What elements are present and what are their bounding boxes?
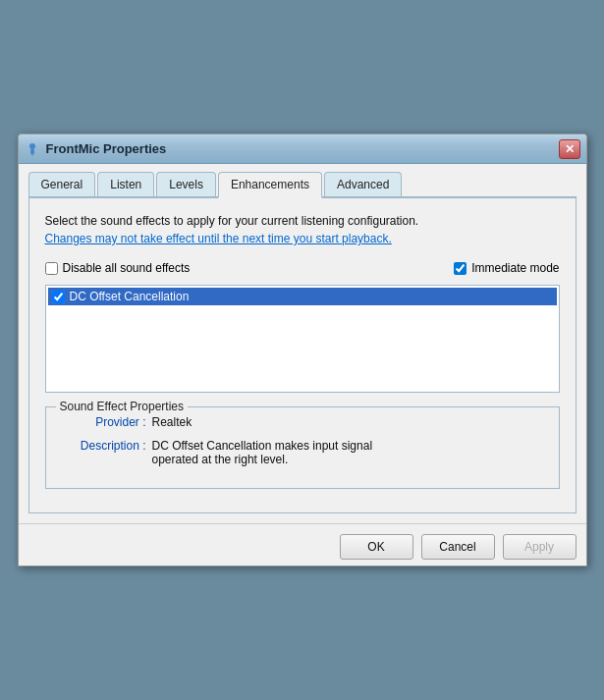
svg-rect-2	[31, 154, 32, 156]
tab-bar: General Listen Levels Enhancements Advan…	[28, 172, 577, 198]
effect-item-dc-offset[interactable]: DC Offset Cancellation	[48, 288, 557, 305]
disable-effects-checkbox[interactable]	[45, 262, 58, 275]
mic-icon	[25, 141, 40, 157]
dialog-window: FrontMic Properties ✕ General Listen Lev…	[18, 134, 587, 566]
effect-label-dc-offset: DC Offset Cancellation	[70, 290, 190, 303]
group-legend: Sound Effect Properties	[56, 400, 189, 413]
provider-row: Provider : Realtek	[58, 415, 547, 429]
svg-rect-1	[30, 149, 34, 154]
immediate-mode-checkbox[interactable]	[454, 262, 467, 275]
close-button[interactable]: ✕	[559, 139, 580, 159]
disable-effects-label[interactable]: Disable all sound effects	[45, 261, 191, 275]
provider-label: Provider :	[58, 415, 146, 429]
tab-advanced[interactable]: Advanced	[324, 172, 402, 196]
window-title: FrontMic Properties	[46, 141, 167, 156]
svg-point-0	[29, 143, 35, 149]
sound-effect-properties-group: Sound Effect Properties Provider : Realt…	[45, 406, 560, 489]
tab-levels[interactable]: Levels	[156, 172, 216, 196]
description-block: Select the sound effects to apply for yo…	[45, 212, 560, 247]
button-row: OK Cancel Apply	[19, 523, 586, 565]
title-bar: FrontMic Properties ✕	[19, 135, 586, 164]
tab-general[interactable]: General	[28, 172, 96, 196]
description-prop-label: Description :	[58, 439, 146, 466]
tab-listen[interactable]: Listen	[97, 172, 154, 196]
effects-list[interactable]: DC Offset Cancellation	[45, 285, 560, 393]
options-row: Disable all sound effects Immediate mode	[45, 261, 560, 275]
provider-value: Realtek	[152, 415, 192, 429]
apply-button[interactable]: Apply	[503, 534, 577, 560]
dialog-content: General Listen Levels Enhancements Advan…	[19, 164, 586, 523]
enhancements-panel: Select the sound effects to apply for yo…	[28, 198, 577, 513]
tab-enhancements[interactable]: Enhancements	[218, 172, 322, 198]
description-prop-value: DC Offset Cancellation makes input signa…	[152, 439, 373, 466]
effect-checkbox-dc-offset[interactable]	[52, 291, 65, 303]
desc-line1: Select the sound effects to apply for yo…	[45, 214, 419, 228]
immediate-mode-label[interactable]: Immediate mode	[454, 261, 559, 275]
cancel-button[interactable]: Cancel	[421, 534, 495, 560]
description-row: Description : DC Offset Cancellation mak…	[58, 439, 547, 466]
desc-line2[interactable]: Changes may not take effect until the ne…	[45, 232, 392, 245]
ok-button[interactable]: OK	[340, 534, 413, 560]
